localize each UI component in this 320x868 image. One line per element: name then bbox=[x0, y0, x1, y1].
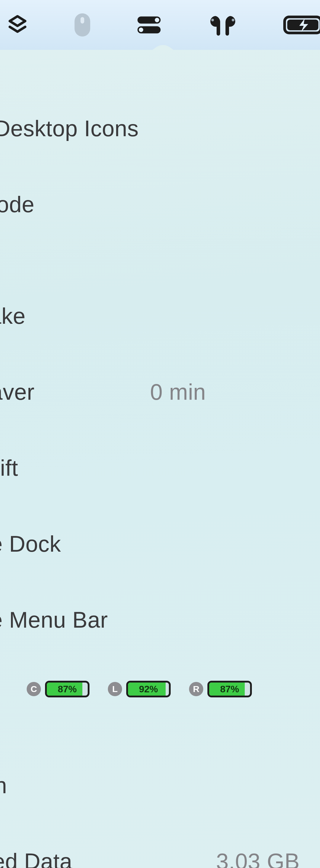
svg-rect-1 bbox=[81, 17, 84, 24]
battery-pill: 87% bbox=[45, 681, 90, 698]
airpods-case-battery: C 87% bbox=[27, 681, 90, 698]
menu-item-hide-dock[interactable]: Autohide Dock bbox=[0, 525, 320, 563]
menu-item-label: Autohide Dock bbox=[0, 531, 61, 557]
menu-item-value: 3.03 GB bbox=[216, 848, 299, 868]
battery-percent: 92% bbox=[128, 683, 169, 695]
menu-item-label: Night Shift bbox=[0, 455, 18, 481]
svg-rect-0 bbox=[75, 13, 91, 36]
menu-item-keep-awake[interactable]: Keep Awake bbox=[0, 297, 320, 335]
menu-item-hide-menubar[interactable]: Autohide Menu Bar bbox=[0, 601, 320, 639]
battery-label-right: R bbox=[189, 682, 203, 696]
menu-item-label: Dark Mode bbox=[0, 191, 34, 217]
battery-percent: 87% bbox=[47, 683, 88, 695]
battery-percent: 87% bbox=[209, 683, 250, 695]
menu-item-dark-mode[interactable]: Dark Mode bbox=[0, 185, 320, 223]
battery-pill: 87% bbox=[207, 681, 252, 698]
battery-pill: 92% bbox=[126, 681, 171, 698]
battery-label-case: C bbox=[27, 682, 41, 696]
layers-icon[interactable] bbox=[6, 13, 29, 36]
battery-label-left: L bbox=[108, 682, 122, 696]
menu-item-label: Screen Saver bbox=[0, 379, 34, 405]
menu-item-label: Hide Desktop Icons bbox=[0, 116, 139, 141]
menu-item-night-shift[interactable]: Night Shift bbox=[0, 449, 320, 487]
svg-point-7 bbox=[232, 19, 235, 21]
mouse-icon[interactable] bbox=[73, 12, 91, 37]
svg-point-6 bbox=[211, 19, 214, 21]
battery-charging-icon[interactable] bbox=[283, 14, 320, 36]
menu-item-label: Xcode Derived Data bbox=[0, 848, 72, 868]
airpods-right-battery: R 87% bbox=[189, 681, 252, 698]
menu-item-value: 0 min bbox=[150, 379, 206, 405]
menu-item-label: Keep Awake bbox=[0, 303, 26, 329]
svg-point-5 bbox=[139, 28, 143, 32]
airpods-icon[interactable] bbox=[207, 13, 239, 36]
menu-item-derived-data[interactable]: Xcode Derived Data 3.03 GB bbox=[0, 842, 320, 868]
toggle-pair-icon[interactable] bbox=[136, 14, 163, 36]
menu-item-bluetooth[interactable]: Bluetooth bbox=[0, 766, 320, 804]
menu-item-label: Autohide Menu Bar bbox=[0, 607, 108, 633]
menu-bar bbox=[0, 0, 320, 50]
menu-item-desktop-icons[interactable]: Hide Desktop Icons bbox=[0, 109, 320, 147]
menu-separator bbox=[0, 261, 320, 297]
menu-item-screen-saver[interactable]: Screen Saver 0 min bbox=[0, 373, 320, 411]
menu-item-label: Bluetooth bbox=[0, 772, 7, 798]
airpods-battery-row: C 87% L 92% R 87% bbox=[0, 680, 320, 698]
dropdown-panel: Hide Desktop Icons Dark Mode Keep Awake … bbox=[0, 50, 320, 868]
svg-point-3 bbox=[155, 18, 159, 22]
airpods-left-battery: L 92% bbox=[108, 681, 171, 698]
